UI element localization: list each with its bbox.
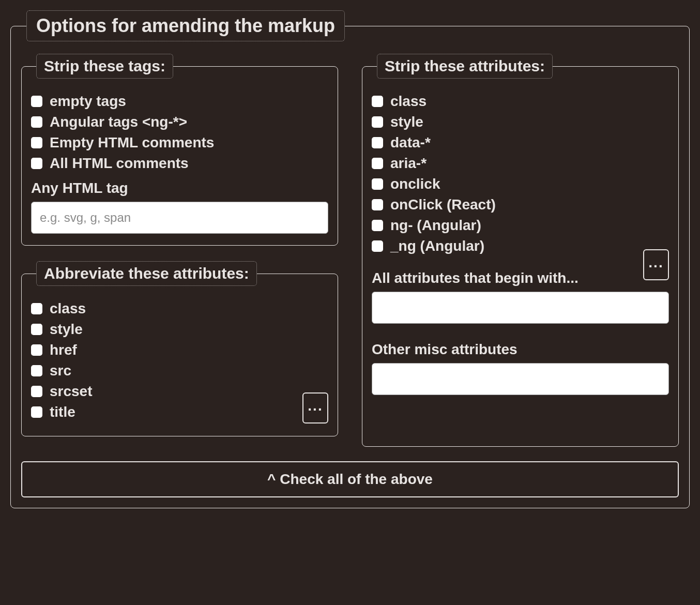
strip-tags-row-all-html-comments: All HTML comments — [31, 155, 328, 172]
checkbox-angular-tags[interactable] — [31, 116, 42, 128]
checkbox-label: ng- (Angular) — [390, 217, 481, 234]
left-column: Strip these tags: empty tags Angular tag… — [21, 54, 338, 436]
other-misc-attrs-label: Other misc attributes — [372, 341, 669, 358]
options-amending-markup-fieldset: Options for amending the markup Strip th… — [10, 10, 690, 508]
checkbox-label: style — [50, 321, 83, 338]
checkbox-strip-class[interactable] — [372, 96, 383, 107]
checkbox-label: src — [50, 362, 71, 379]
all-attrs-begin-with-input[interactable] — [372, 292, 669, 324]
checkbox-abbrev-src[interactable] — [31, 365, 42, 376]
checkbox-label: Empty HTML comments — [50, 134, 214, 151]
checkbox-strip-ng-angular[interactable] — [372, 220, 383, 231]
strip-attrs-row-data: data-* — [372, 134, 669, 151]
strip-attrs-row-aria: aria-* — [372, 155, 669, 172]
checkbox-strip-aria[interactable] — [372, 158, 383, 169]
strip-attrs-row-onclick: onclick — [372, 176, 669, 192]
strip-attrs-row-ng-angular: ng- (Angular) — [372, 217, 669, 234]
strip-attrs-more-button[interactable]: ... — [643, 249, 669, 280]
checkbox-strip-data[interactable] — [372, 137, 383, 148]
checkbox-all-html-comments[interactable] — [31, 158, 42, 169]
strip-attrs-row-onclick-react: onClick (React) — [372, 196, 669, 213]
check-all-above-button[interactable]: ^ Check all of the above — [21, 461, 679, 497]
strip-attrs-row-style: style — [372, 114, 669, 130]
checkbox-label: Angular tags <ng-*> — [50, 114, 187, 130]
abbreviate-legend: Abbreviate these attributes: — [36, 261, 257, 286]
checkbox-label: data-* — [390, 134, 431, 151]
checkbox-strip-onclick[interactable] — [372, 178, 383, 190]
abbreviate-row-style: style — [31, 321, 328, 338]
checkbox-empty-html-comments[interactable] — [31, 137, 42, 148]
main-legend: Options for amending the markup — [26, 10, 345, 41]
strip-attributes-fieldset: Strip these attributes: class style data… — [362, 54, 679, 447]
checkbox-empty-tags[interactable] — [31, 96, 42, 107]
strip-attrs-row-class: class — [372, 93, 669, 110]
columns-layout: Strip these tags: empty tags Angular tag… — [21, 54, 679, 447]
strip-attrs-legend: Strip these attributes: — [377, 54, 553, 79]
any-html-tag-input[interactable] — [31, 202, 328, 234]
strip-attrs-row-underscore-ng-angular: _ng (Angular) — [372, 238, 669, 254]
checkbox-label: class — [390, 93, 427, 110]
checkbox-label: title — [50, 404, 75, 420]
checkbox-abbrev-srcset[interactable] — [31, 386, 42, 397]
all-attrs-begin-with-label: All attributes that begin with... — [372, 270, 669, 286]
checkbox-label: class — [50, 300, 86, 317]
checkbox-label: empty tags — [50, 93, 126, 110]
abbreviate-row-src: src — [31, 362, 328, 379]
checkbox-abbrev-class[interactable] — [31, 303, 42, 314]
checkbox-abbrev-style[interactable] — [31, 324, 42, 335]
abbreviate-row-title: title — [31, 404, 328, 420]
checkbox-label: _ng (Angular) — [390, 238, 484, 254]
checkbox-strip-underscore-ng-angular[interactable] — [372, 240, 383, 252]
any-html-tag-label: Any HTML tag — [31, 180, 328, 196]
checkbox-strip-onclick-react[interactable] — [372, 199, 383, 210]
checkbox-label: href — [50, 342, 77, 358]
checkbox-strip-style[interactable] — [372, 116, 383, 128]
checkbox-abbrev-href[interactable] — [31, 344, 42, 356]
checkbox-label: style — [390, 114, 423, 130]
checkbox-label: aria-* — [390, 155, 427, 172]
right-column: Strip these attributes: class style data… — [362, 54, 679, 447]
strip-tags-row-empty-html-comments: Empty HTML comments — [31, 134, 328, 151]
checkbox-label: onclick — [390, 176, 440, 192]
strip-tags-row-angular-tags: Angular tags <ng-*> — [31, 114, 328, 130]
checkbox-label: All HTML comments — [50, 155, 189, 172]
abbreviate-attributes-fieldset: Abbreviate these attributes: class style… — [21, 261, 338, 436]
checkbox-label: onClick (React) — [390, 196, 496, 213]
strip-tags-row-empty-tags: empty tags — [31, 93, 328, 110]
abbreviate-row-class: class — [31, 300, 328, 317]
checkbox-label: srcset — [50, 383, 93, 400]
abbreviate-row-srcset: srcset — [31, 383, 328, 400]
strip-tags-legend: Strip these tags: — [36, 54, 173, 79]
strip-tags-fieldset: Strip these tags: empty tags Angular tag… — [21, 54, 338, 246]
checkbox-abbrev-title[interactable] — [31, 406, 42, 418]
abbreviate-more-button[interactable]: ... — [302, 392, 328, 424]
other-misc-attrs-input[interactable] — [372, 363, 669, 395]
abbreviate-row-href: href — [31, 342, 328, 358]
